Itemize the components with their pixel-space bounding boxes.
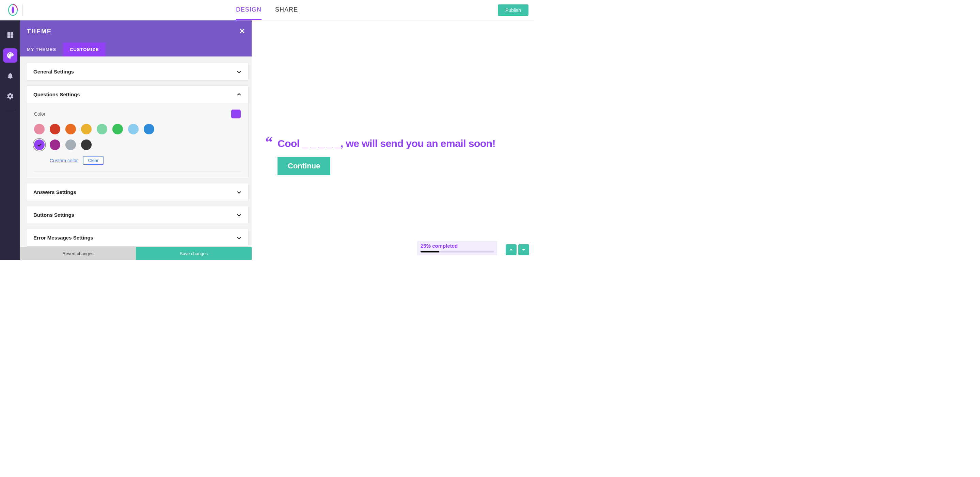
check-icon bbox=[37, 142, 42, 147]
nav-settings[interactable] bbox=[3, 89, 18, 103]
svg-rect-0 bbox=[7, 32, 10, 35]
accordion-head-answers[interactable]: Answers Settings bbox=[27, 183, 248, 201]
accordion-head-questions[interactable]: Questions Settings bbox=[27, 86, 248, 103]
accordion-body-questions: Color bbox=[27, 103, 248, 178]
accordion-title: General Settings bbox=[33, 69, 74, 74]
palette-icon bbox=[6, 52, 14, 59]
revert-changes-button[interactable]: Revert changes bbox=[20, 247, 136, 260]
accordion-head-buttons[interactable]: Buttons Settings bbox=[27, 206, 248, 223]
progress-bar bbox=[420, 251, 494, 252]
chevron-down-icon bbox=[521, 247, 526, 252]
next-question-button[interactable] bbox=[518, 244, 529, 255]
swatch-red[interactable] bbox=[50, 124, 60, 135]
progress-label: 25% completed bbox=[420, 243, 494, 249]
panel-footer: Revert changes Save changes bbox=[20, 247, 251, 260]
swatch-pink[interactable] bbox=[34, 124, 45, 135]
panel-tab-my-themes[interactable]: MY THEMES bbox=[20, 43, 63, 57]
tab-design[interactable]: DESIGN bbox=[236, 0, 261, 20]
progress-box: 25% completed bbox=[417, 241, 497, 255]
color-label: Color bbox=[34, 111, 45, 117]
gear-icon bbox=[6, 92, 14, 100]
topbar-divider bbox=[22, 4, 23, 16]
svg-rect-2 bbox=[7, 35, 10, 38]
clear-color-button[interactable]: Clear bbox=[83, 156, 103, 165]
bell-icon bbox=[6, 72, 14, 79]
close-icon bbox=[239, 28, 245, 34]
panel-tabs: MY THEMES CUSTOMIZE bbox=[20, 43, 251, 57]
panel-tab-customize[interactable]: CUSTOMIZE bbox=[63, 43, 105, 57]
chevron-up-icon bbox=[237, 92, 242, 97]
accordion-general: General Settings bbox=[26, 63, 248, 81]
color-swatches bbox=[34, 124, 157, 150]
accordion-title: Error Messages Settings bbox=[33, 235, 93, 241]
accordion-errors: Error Messages Settings bbox=[26, 229, 248, 247]
continue-button[interactable]: Continue bbox=[277, 157, 330, 175]
accordion-answers: Answers Settings bbox=[26, 183, 248, 201]
nav-notifications[interactable] bbox=[3, 69, 18, 83]
publish-button[interactable]: Publish bbox=[498, 5, 528, 16]
accordion-buttons: Buttons Settings bbox=[26, 206, 248, 224]
accordion-title: Questions Settings bbox=[33, 92, 80, 97]
accordion-title: Buttons Settings bbox=[33, 212, 74, 218]
selected-color-swatch[interactable] bbox=[231, 109, 241, 119]
preview-pane: “ Cool _ _ _ _ _, we will send you an em… bbox=[251, 21, 534, 260]
close-panel-button[interactable] bbox=[239, 28, 245, 35]
swatch-black[interactable] bbox=[81, 139, 92, 150]
prev-question-button[interactable] bbox=[506, 244, 517, 255]
chevron-down-icon bbox=[237, 212, 242, 217]
nav-theme[interactable] bbox=[3, 48, 18, 63]
theme-panel: THEME MY THEMES CUSTOMIZE General Settin… bbox=[20, 21, 251, 260]
accordion-questions: Questions Settings Color bbox=[26, 86, 248, 178]
chevron-down-icon bbox=[237, 70, 242, 74]
accordion-head-errors[interactable]: Error Messages Settings bbox=[27, 229, 248, 246]
panel-header: THEME bbox=[20, 21, 251, 43]
svg-rect-1 bbox=[10, 32, 13, 35]
nav-arrows bbox=[506, 244, 529, 255]
nav-divider bbox=[5, 111, 15, 111]
swatch-lightblue[interactable] bbox=[128, 124, 138, 135]
quote-icon: “ bbox=[265, 138, 273, 147]
left-nav bbox=[0, 21, 20, 260]
top-tabs: DESIGN SHARE bbox=[236, 0, 298, 20]
chevron-down-icon bbox=[237, 190, 242, 195]
accordion-title: Answers Settings bbox=[33, 189, 76, 195]
swatch-blue[interactable] bbox=[144, 124, 154, 135]
app-logo bbox=[8, 3, 18, 17]
swatch-green[interactable] bbox=[112, 124, 123, 135]
topbar: DESIGN SHARE Publish bbox=[0, 0, 534, 21]
custom-color-link[interactable]: Custom color bbox=[50, 158, 78, 163]
swatch-magenta[interactable] bbox=[50, 139, 60, 150]
nav-dashboard[interactable] bbox=[3, 28, 18, 42]
swatch-orange[interactable] bbox=[65, 124, 76, 135]
dashboard-icon bbox=[6, 31, 14, 39]
panel-body[interactable]: General Settings Questions Settings Colo… bbox=[20, 57, 251, 260]
swatch-yellow[interactable] bbox=[81, 124, 92, 135]
progress-fill bbox=[420, 251, 439, 252]
preview-heading: Cool _ _ _ _ _, we will send you an emai… bbox=[277, 138, 495, 149]
swatch-purple[interactable] bbox=[34, 139, 45, 150]
swatch-mint[interactable] bbox=[97, 124, 107, 135]
svg-rect-3 bbox=[10, 35, 13, 38]
accordion-head-general[interactable]: General Settings bbox=[27, 63, 248, 80]
tab-share[interactable]: SHARE bbox=[275, 0, 298, 20]
swatch-gray[interactable] bbox=[65, 139, 76, 150]
chevron-up-icon bbox=[509, 247, 514, 252]
chevron-down-icon bbox=[237, 235, 242, 240]
panel-title: THEME bbox=[27, 28, 52, 35]
save-changes-button[interactable]: Save changes bbox=[136, 247, 251, 260]
